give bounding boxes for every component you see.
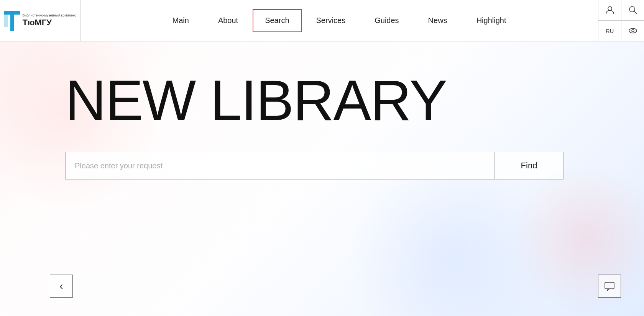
chat-button[interactable] — [598, 275, 621, 298]
nav-guides[interactable]: Guides — [360, 0, 413, 41]
header-actions: RU — [598, 0, 644, 41]
logo[interactable]: Библиотечно-музейный комплекс ТюМГУ — [0, 0, 80, 41]
search-icon-button[interactable] — [621, 0, 644, 20]
logo-subtitle: Библиотечно-музейный комплекс — [23, 13, 76, 18]
search-icon — [628, 5, 638, 15]
language-label: RU — [606, 28, 614, 34]
svg-line-4 — [634, 11, 637, 14]
nav-main[interactable]: Main — [158, 0, 204, 41]
nav-news[interactable]: News — [414, 0, 462, 41]
language-button[interactable]: RU — [598, 21, 621, 41]
accessibility-button[interactable] — [621, 21, 644, 41]
svg-point-5 — [629, 28, 637, 33]
find-button[interactable]: Find — [495, 152, 564, 179]
svg-rect-7 — [605, 282, 614, 289]
svg-marker-1 — [4, 11, 8, 27]
nav-highlight[interactable]: Highlight — [462, 0, 521, 41]
nav-about[interactable]: About — [204, 0, 253, 41]
logo-icon — [4, 11, 20, 31]
nav-services[interactable]: Services — [302, 0, 360, 41]
svg-point-2 — [608, 7, 612, 10]
chat-icon — [604, 281, 615, 291]
person-icon — [605, 5, 615, 15]
hero-title: NEW LIBRARY — [65, 72, 579, 129]
hero-section: NEW LIBRARY Find ‹ — [0, 41, 644, 316]
prev-icon: ‹ — [59, 281, 63, 291]
search-bar: Find — [65, 152, 564, 179]
search-input[interactable] — [65, 152, 495, 179]
svg-point-3 — [629, 7, 635, 12]
svg-point-6 — [632, 30, 634, 32]
nav-search[interactable]: Search — [253, 9, 301, 32]
eye-icon — [628, 26, 638, 36]
site-header: Библиотечно-музейный комплекс ТюМГУ Main… — [0, 0, 644, 41]
main-nav: Main About Search Services Guides News H… — [80, 0, 598, 41]
account-button[interactable] — [598, 0, 621, 20]
hero-content: NEW LIBRARY Find — [0, 41, 644, 179]
prev-button[interactable]: ‹ — [50, 275, 73, 298]
logo-title: ТюМГУ — [23, 18, 76, 28]
